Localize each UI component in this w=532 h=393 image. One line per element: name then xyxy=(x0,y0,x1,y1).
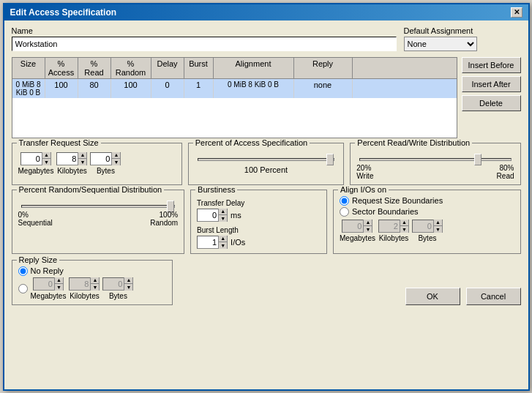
trs-kilo-down[interactable]: ▼ xyxy=(78,159,86,165)
reply-bytes-down[interactable]: ▼ xyxy=(124,284,132,291)
cell-alignment: 0 MiB 8 KiB 0 B xyxy=(214,79,294,98)
align-ios-panel: Align I/Os on Request Size Boundaries Se… xyxy=(333,190,520,254)
default-assignment-group: Default Assignment None xyxy=(404,26,521,51)
percent-random-slider[interactable] xyxy=(21,205,176,208)
align-bytes-up[interactable]: ▲ xyxy=(434,220,442,227)
trs-bytes-col: ▲ ▼ Bytes xyxy=(90,152,121,175)
percent-access-slider[interactable] xyxy=(198,158,335,161)
percent-random-title: Percent Random/Sequential Distribution xyxy=(17,185,165,194)
trs-mega-label: Megabytes xyxy=(18,167,54,175)
burst-length-unit: I/Os xyxy=(231,238,245,247)
trs-kilo-up[interactable]: ▲ xyxy=(78,152,86,160)
col-random: % Random xyxy=(111,58,151,78)
seq-label: 0% Sequential xyxy=(18,211,53,227)
align-kilo-down[interactable]: ▼ xyxy=(400,226,408,233)
edit-access-dialog: Edit Access Specification ✕ Name Default… xyxy=(3,3,530,391)
reply-kilo-down[interactable]: ▼ xyxy=(91,284,99,291)
transfer-request-panel: Transfer Request Size ▲ ▼ Megabytes xyxy=(12,143,182,185)
trs-kilobytes-col: ▲ ▼ Kilobytes xyxy=(56,152,87,175)
reply-mega-col: ▲ ▼ Megabytes xyxy=(31,277,67,300)
reply-kilo-up[interactable]: ▲ xyxy=(91,277,99,285)
align-mega-up[interactable]: ▲ xyxy=(364,220,372,227)
align-kilo-label: Kilobytes xyxy=(379,234,409,242)
percent-access-panel: Percent of Access Specification 100 Perc… xyxy=(188,143,345,185)
percent-access-label: 100 Percent xyxy=(195,165,338,174)
align-request-row: Request Size Boundaries xyxy=(340,196,514,206)
trs-kilobytes-arrows[interactable]: ▲ ▼ xyxy=(78,152,86,165)
align-mega-label: Megabytes xyxy=(340,234,375,242)
reply-mega-input[interactable] xyxy=(34,278,54,290)
trs-bytes-label: Bytes xyxy=(97,167,115,175)
cancel-button[interactable]: Cancel xyxy=(466,288,521,305)
reply-bytes-up[interactable]: ▲ xyxy=(124,277,132,285)
close-button[interactable]: ✕ xyxy=(511,7,522,18)
align-kilo-up[interactable]: ▲ xyxy=(400,220,408,227)
align-bytes-input[interactable] xyxy=(413,220,433,232)
trs-megabytes-input[interactable] xyxy=(21,153,42,165)
trs-kilobytes-input[interactable] xyxy=(57,153,78,165)
col-burst: Burst xyxy=(184,58,214,78)
default-assignment-select[interactable]: None xyxy=(404,37,477,51)
percent-rw-panel: Percent Read/Write Distribution 20% Writ… xyxy=(350,143,520,185)
trs-bytes-input[interactable] xyxy=(91,153,111,165)
align-request-radio[interactable] xyxy=(340,196,349,206)
reply-kilo-col: ▲ ▼ Kilobytes xyxy=(69,277,100,300)
rnd-label: 100% Random xyxy=(150,211,178,227)
trs-bytes-arrows[interactable]: ▲ ▼ xyxy=(111,152,120,165)
burstiness-title: Burstiness xyxy=(195,185,237,194)
name-input[interactable] xyxy=(12,37,397,51)
trs-bytes-down[interactable]: ▼ xyxy=(112,159,120,165)
insert-before-button[interactable]: Insert Before xyxy=(462,57,521,73)
align-ios-title: Align I/Os on xyxy=(338,185,389,194)
default-assignment-label: Default Assignment xyxy=(404,26,521,35)
no-reply-radio[interactable] xyxy=(18,266,28,276)
insert-after-button[interactable]: Insert After xyxy=(462,76,521,92)
reply-bytes-input[interactable] xyxy=(103,278,124,290)
col-access: % Access xyxy=(45,58,78,78)
table-action-buttons: Insert Before Insert After Delete xyxy=(462,57,521,138)
percent-rw-title: Percent Read/Write Distribution xyxy=(355,138,472,147)
align-sector-radio[interactable] xyxy=(340,207,349,217)
reply-mega-label: Megabytes xyxy=(31,292,67,300)
trs-bytes-up[interactable]: ▲ xyxy=(112,152,120,160)
trs-megabytes-arrows[interactable]: ▲ ▼ xyxy=(42,152,50,165)
reply-bytes-label: Bytes xyxy=(109,292,127,300)
align-mega-col: ▲ ▼ Megabytes xyxy=(340,220,375,242)
name-group: Name xyxy=(12,26,397,51)
transfer-delay-unit: ms xyxy=(231,211,241,220)
percent-random-panel: Percent Random/Sequential Distribution 0… xyxy=(12,190,185,254)
cell-reply: none xyxy=(294,79,353,98)
trs-kilo-label: Kilobytes xyxy=(57,167,87,175)
trs-mega-down[interactable]: ▼ xyxy=(42,159,50,165)
align-bytes-down[interactable]: ▼ xyxy=(434,226,442,233)
align-mega-input[interactable] xyxy=(342,220,363,232)
delay-up[interactable]: ▲ xyxy=(219,209,227,216)
align-request-label: Request Size Boundaries xyxy=(352,196,443,205)
burst-length-input[interactable] xyxy=(198,236,218,248)
burst-down[interactable]: ▼ xyxy=(219,242,227,249)
table-row[interactable]: 0 MiB 8 KiB 0 B 100 80 100 0 1 0 MiB 8 K… xyxy=(12,79,457,98)
transfer-delay-input[interactable] xyxy=(198,209,218,221)
cell-size: 0 MiB 8 KiB 0 B xyxy=(12,79,45,98)
write-label: 20% Write xyxy=(356,164,373,180)
align-mega-down[interactable]: ▼ xyxy=(364,226,372,233)
name-label: Name xyxy=(12,26,397,35)
col-read: % Read xyxy=(78,58,111,78)
ok-button[interactable]: OK xyxy=(405,288,460,305)
percent-rw-slider[interactable] xyxy=(359,158,511,161)
cell-delay: 0 xyxy=(151,79,184,98)
align-sector-label: Sector Boundaries xyxy=(352,207,419,216)
burst-up[interactable]: ▲ xyxy=(219,236,227,243)
trs-mega-up[interactable]: ▲ xyxy=(42,152,50,160)
reply-mega-down[interactable]: ▼ xyxy=(55,284,63,291)
col-reply: Reply xyxy=(294,58,353,78)
align-kilo-input[interactable] xyxy=(379,220,400,232)
dialog-title: Edit Access Specification xyxy=(10,7,117,18)
delay-down[interactable]: ▼ xyxy=(219,215,227,222)
reply-kilo-input[interactable] xyxy=(70,278,90,290)
reply-mega-up[interactable]: ▲ xyxy=(55,277,63,285)
trs-megabytes-col: ▲ ▼ Megabytes xyxy=(18,152,54,175)
delete-button[interactable]: Delete xyxy=(462,95,521,111)
custom-reply-radio[interactable] xyxy=(18,284,28,293)
burstiness-panel: Burstiness Transfer Delay ▲ ▼ xyxy=(190,190,327,254)
